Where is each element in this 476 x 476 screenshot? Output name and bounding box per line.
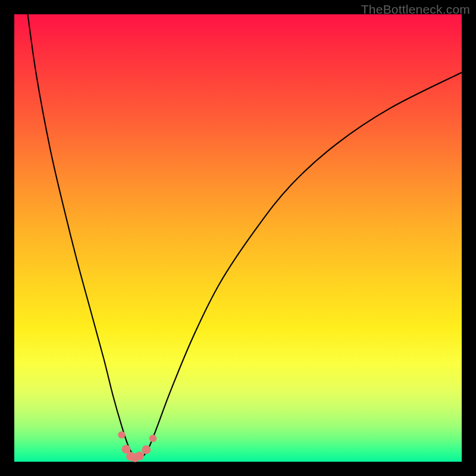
curve-svg [14,14,462,462]
watermark-label: TheBottleneck.com [361,2,470,17]
trough-marker [142,445,151,454]
plot-area [14,14,462,462]
trough-markers [118,431,156,462]
trough-marker [149,435,156,442]
trough-marker [118,431,125,439]
trough-marker [135,452,144,461]
chart-frame: TheBottleneck.com [0,0,476,476]
bottleneck-curve [28,14,462,459]
